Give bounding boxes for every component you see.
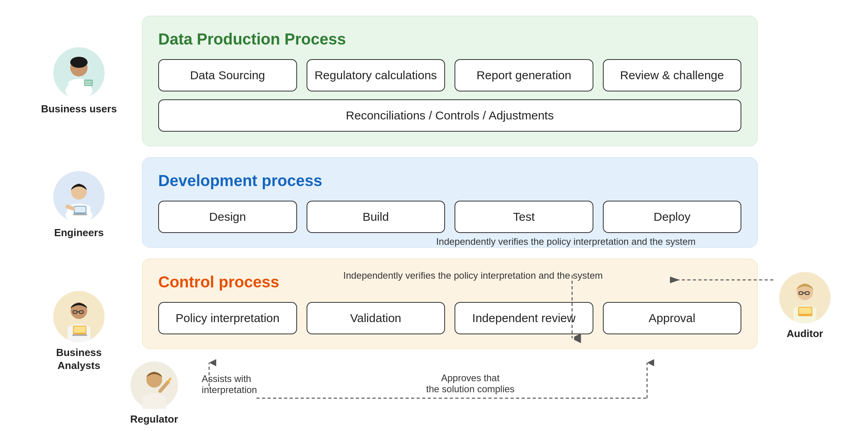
step-build: Build <box>307 201 445 233</box>
bottom-regulator-section: Regulator Assists with interpretation <box>130 362 257 426</box>
control-annotation-absolute: Independently verifies the policy interp… <box>343 270 603 281</box>
reconciliation-row: Reconciliations / Controls / Adjustments <box>158 99 741 132</box>
step-policy-interpretation: Policy interpretation <box>158 302 297 334</box>
regulator-assists-annotation: Assists with interpretation <box>202 373 257 395</box>
step-validation: Validation <box>307 302 445 334</box>
processes-column: Data Production Process Data Sourcing Re… <box>134 16 758 349</box>
avatar-engineers <box>53 171 105 222</box>
persona-auditor-label: Auditor <box>787 327 823 341</box>
persona-regulator-label: Regulator <box>130 413 178 426</box>
step-design: Design <box>158 201 297 233</box>
persona-business-analysts: Business Analysts <box>53 291 105 373</box>
avatar-business-analysts <box>53 291 105 342</box>
personas-column: Business users <box>24 16 134 373</box>
data-production-title: Data Production Process <box>158 30 741 48</box>
persona-engineers: Engineers <box>53 171 105 240</box>
development-box: Development process Design Build Test De… <box>142 157 758 248</box>
step-independent-review: Independent review <box>455 302 593 334</box>
persona-business-users: Business users <box>41 47 117 116</box>
persona-business-users-label: Business users <box>41 103 117 116</box>
avatar-business-users <box>53 47 105 99</box>
step-deploy: Deploy <box>603 201 742 233</box>
step-regulatory-calculations: Regulatory calculations <box>307 59 445 91</box>
regulator-persona: Regulator <box>130 362 178 426</box>
auditor-column: Auditor <box>758 16 844 341</box>
regulator-assists-text: Assists with interpretation <box>202 373 257 395</box>
step-approval: Approval <box>603 302 742 334</box>
svg-rect-22 <box>74 326 86 333</box>
step-report-generation: Report generation <box>455 59 593 91</box>
persona-auditor: Auditor <box>779 272 831 341</box>
development-steps: Design Build Test Deploy <box>158 201 741 233</box>
control-steps: Policy interpretation Validation Indepen… <box>158 302 741 334</box>
data-production-box: Data Production Process Data Sourcing Re… <box>142 16 758 146</box>
svg-point-4 <box>73 58 84 66</box>
step-review-challenge: Review & challenge <box>603 59 742 91</box>
data-production-steps: Data Sourcing Regulatory calculations Re… <box>158 59 741 91</box>
reconciliation-box: Reconciliations / Controls / Adjustments <box>158 99 741 132</box>
development-title: Development process <box>158 172 741 190</box>
regulator-approves-annotation: Approves that the solution complies <box>426 373 514 395</box>
svg-rect-29 <box>799 308 812 314</box>
svg-rect-14 <box>75 207 86 212</box>
svg-rect-13 <box>73 214 87 215</box>
svg-rect-21 <box>72 334 87 336</box>
persona-business-analysts-label: Business Analysts <box>56 346 102 373</box>
avatar-regulator <box>131 362 178 409</box>
step-test: Test <box>455 201 593 233</box>
step-data-sourcing: Data Sourcing <box>158 59 297 91</box>
avatar-auditor <box>779 272 831 323</box>
persona-engineers-label: Engineers <box>54 226 104 240</box>
